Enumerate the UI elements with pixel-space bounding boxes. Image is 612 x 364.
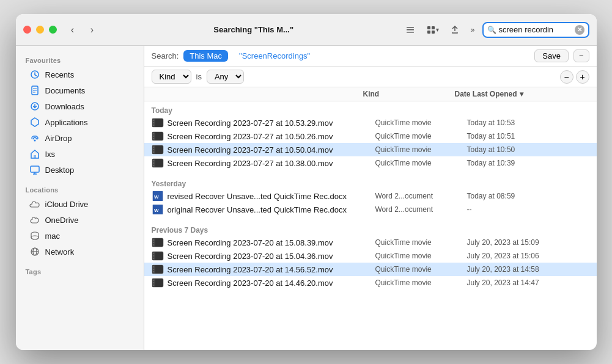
svg-point-30 — [153, 136, 154, 137]
file-name: W revised Recover Unsave...ted QuickTime… — [152, 191, 375, 201]
svg-point-41 — [153, 165, 154, 166]
sidebar-item-onedrive[interactable]: OneDrive — [20, 212, 140, 228]
file-name: Screen Recording 2023-07-20 at 14.46.20.… — [152, 278, 375, 288]
search-box: 🔍 ✕ — [482, 22, 589, 38]
downloads-icon — [29, 101, 40, 112]
file-name: Screen Recording 2023-07-20 at 15.08.39.… — [152, 238, 375, 247]
scope-this-mac-button[interactable]: This Mac — [183, 50, 228, 62]
mov-icon — [152, 264, 164, 274]
date-col-header[interactable]: Date Last Opened ▾ — [455, 90, 577, 98]
file-date: Today at 08:59 — [467, 192, 589, 200]
table-row[interactable]: Screen Recording 2023-07-20 at 15.04.36.… — [144, 249, 597, 263]
svg-point-50 — [153, 244, 154, 246]
svg-point-59 — [153, 269, 154, 270]
search-input[interactable] — [499, 25, 572, 34]
sidebar-item-ixs[interactable]: Ixs — [20, 146, 140, 162]
close-button[interactable] — [23, 26, 31, 34]
sidebar-item-documents[interactable]: Documents — [20, 82, 140, 98]
sidebar-item-applications[interactable]: Applications — [20, 114, 140, 130]
previous7-section-header: Previous 7 Days — [144, 221, 597, 236]
sidebar-item-mac[interactable]: mac — [20, 228, 140, 244]
svg-rect-15 — [31, 166, 39, 172]
table-row[interactable]: Screen Recording 2023-07-27 at 10.38.00.… — [144, 156, 597, 170]
file-kind: Word 2...ocument — [375, 205, 467, 214]
table-row[interactable]: Screen Recording 2023-07-27 at 10.50.26.… — [144, 129, 597, 143]
window-title: Searching "This M..." — [106, 25, 402, 34]
back-button[interactable]: ‹ — [64, 21, 81, 38]
svg-point-64 — [153, 282, 154, 283]
table-row[interactable]: Screen Recording 2023-07-20 at 15.08.39.… — [144, 236, 597, 249]
file-table: Today Screen Recording 2023-07-27 at 10.… — [144, 101, 597, 350]
svg-text:W: W — [154, 194, 159, 200]
table-row[interactable]: Screen Recording 2023-07-20 at 14.56.52.… — [144, 263, 597, 276]
sidebar-item-network[interactable]: Network — [20, 244, 140, 260]
svg-rect-6 — [432, 31, 435, 34]
list-icon — [405, 25, 415, 35]
yesterday-section-header: Yesterday — [144, 175, 597, 189]
remove-filter-button[interactable]: − — [560, 70, 573, 84]
sidebar-item-recents[interactable]: Recents — [20, 67, 140, 82]
network-label: Network — [45, 247, 75, 257]
sidebar-item-icloud[interactable]: iCloud Drive — [20, 196, 140, 212]
mov-icon — [152, 131, 164, 141]
svg-rect-14 — [34, 155, 36, 158]
table-row[interactable]: W original Recover Unsave...ted QuickTim… — [144, 203, 597, 216]
table-row[interactable]: Screen Recording 2023-07-20 at 14.46.20.… — [144, 276, 597, 289]
mov-icon — [152, 238, 164, 247]
table-row[interactable]: Screen Recording 2023-07-27 at 10.53.29.… — [144, 116, 597, 129]
kind-filter-select[interactable]: Kind — [152, 70, 191, 84]
svg-point-60 — [153, 271, 154, 272]
grid-dropdown-icon: ▾ — [436, 26, 439, 33]
sidebar-item-downloads[interactable]: Downloads — [20, 98, 140, 114]
documents-label: Documents — [45, 86, 86, 95]
file-name: Screen Recording 2023-07-27 at 10.50.04.… — [152, 145, 375, 155]
minimize-button[interactable] — [36, 26, 44, 34]
sidebar: Favourites Recents Documents Downloads — [16, 46, 144, 350]
airdrop-label: AirDrop — [45, 134, 72, 143]
airdrop-icon — [29, 133, 40, 144]
any-filter-select[interactable]: Any — [207, 70, 244, 84]
share-icon — [450, 25, 460, 35]
maximize-button[interactable] — [49, 26, 57, 34]
docx-icon: W — [152, 191, 164, 201]
table-row[interactable]: Screen Recording 2023-07-27 at 10.50.04.… — [144, 143, 597, 156]
tags-section-title: Tags — [16, 264, 144, 278]
section-spacer — [144, 170, 597, 175]
filter-row: Kind is Any − + — [144, 67, 597, 87]
sidebar-item-airdrop[interactable]: AirDrop — [20, 130, 140, 146]
grid-view-button[interactable]: ▾ — [422, 23, 443, 37]
svg-rect-0 — [407, 27, 414, 28]
mov-icon — [152, 278, 164, 288]
add-filter-button[interactable]: + — [576, 70, 589, 84]
save-button[interactable]: Save — [534, 49, 569, 62]
table-header: Kind Date Last Opened ▾ — [144, 87, 597, 101]
icloud-icon — [29, 198, 40, 209]
recents-label: Recents — [45, 70, 75, 79]
nav-buttons: ‹ › — [64, 21, 101, 38]
file-kind: QuickTime movie — [375, 132, 467, 140]
file-date: July 20, 2023 at 15:06 — [467, 252, 589, 260]
name-col-header — [152, 90, 363, 98]
svg-rect-4 — [432, 26, 435, 29]
clear-search-button[interactable]: ✕ — [575, 25, 584, 35]
svg-point-13 — [34, 140, 35, 142]
forward-button[interactable]: › — [84, 21, 101, 38]
file-date: Today at 10:39 — [467, 159, 589, 167]
svg-point-65 — [153, 285, 154, 286]
file-kind: Word 2...ocument — [375, 192, 467, 200]
sidebar-item-desktop[interactable]: Desktop — [20, 162, 140, 178]
collapse-button[interactable]: − — [573, 49, 589, 62]
table-row[interactable]: W revised Recover Unsave...ted QuickTime… — [144, 189, 597, 203]
mov-icon — [152, 118, 164, 128]
list-view-button[interactable] — [402, 23, 419, 37]
ixs-icon — [29, 148, 40, 159]
more-button[interactable]: » — [467, 23, 479, 37]
file-date: Today at 10:50 — [467, 145, 589, 154]
share-button[interactable] — [446, 23, 463, 37]
svg-point-40 — [153, 162, 154, 164]
mov-icon — [152, 251, 164, 261]
svg-point-26 — [153, 125, 154, 126]
file-kind: QuickTime movie — [375, 118, 467, 127]
svg-point-36 — [153, 151, 154, 153]
scope-folder-button[interactable]: "ScreenRecordings" — [233, 50, 316, 62]
